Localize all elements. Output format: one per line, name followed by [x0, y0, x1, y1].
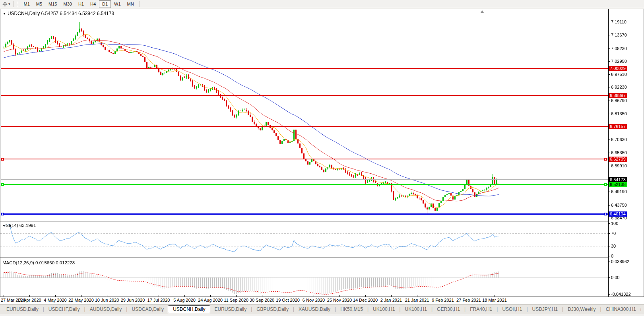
timeframe-button-w1[interactable]: W1 [111, 0, 124, 8]
cursor-dropdown-icon[interactable]: ▾ [8, 2, 10, 6]
timeframe-button-group: M1M5M15M30H1H4D1W1MN [21, 0, 137, 8]
time-axis-label: 19 Oct 2020 [276, 298, 300, 302]
resistance-line-4-handle[interactable] [1, 158, 4, 161]
tab-separator: | [399, 306, 400, 312]
chart-tab-uk100-h1[interactable]: UK100,H1 [401, 305, 431, 313]
support-line-blue-handle[interactable] [604, 213, 607, 215]
resistance-line-3[interactable] [1, 126, 608, 127]
macd-axis-label: -0.041322 [611, 292, 631, 297]
time-axis-label: 18 Mar 2021 [482, 298, 507, 302]
timeframe-button-d1[interactable]: D1 [99, 0, 111, 8]
tab-separator: | [367, 306, 369, 312]
rsi-axis-label: 100 [611, 221, 618, 226]
time-axis-label: 30 Sep 2020 [250, 298, 274, 302]
chart-tab-usoil-h1[interactable]: USOil,H1 [498, 305, 526, 313]
chart-tab-ger30-h1[interactable]: GER30,H1 [433, 305, 464, 313]
chart-tab-usdchf-daily[interactable]: USDCHF,Daily [45, 305, 84, 313]
chart-window: ▼USDCNH,Daily 6.54257 6.54434 6.53942 6.… [0, 9, 644, 297]
time-axis-label: 5 Aug 2020 [173, 298, 196, 302]
price-axis-label: 7.13670 [611, 33, 627, 38]
panel-separator[interactable] [0, 258, 608, 259]
chart-tab-audusd-daily[interactable]: AUDUSD,Daily [86, 305, 126, 313]
timeframe-button-h1[interactable]: H1 [75, 0, 87, 8]
price-chart-canvas[interactable] [0, 9, 644, 297]
tab-separator: | [464, 306, 466, 312]
chart-tab-eurusd-daily[interactable]: EURUSD,Daily [210, 305, 250, 313]
timeframe-button-m5[interactable]: M5 [33, 0, 45, 8]
rsi-label: RSI(14) 63.1991 [2, 223, 36, 228]
timeframe-button-mn[interactable]: MN [124, 0, 137, 8]
toolbar-grip [17, 2, 18, 7]
tab-separator: | [431, 306, 433, 312]
price-axis-label: 6.81350 [611, 111, 627, 116]
time-axis-label: 17 Jul 2020 [147, 298, 170, 302]
time-axis-label: 25 Nov 2020 [327, 298, 352, 302]
chart-tab-xauusd-daily[interactable]: XAUUSD,Daily [295, 305, 334, 313]
price-badge: 6.40104 [609, 211, 627, 217]
macd-axis-label: 0.038962 [611, 259, 629, 264]
time-axis-label: 22 May 2020 [68, 298, 94, 302]
chart-title-text: USDCNH,Daily 6.54257 6.54434 6.53942 6.5… [8, 11, 114, 16]
chart-tab-fra40-h1[interactable]: FRA40,H1 [466, 305, 496, 313]
time-axis-label: 11 Sep 2020 [224, 298, 248, 302]
panel-separator[interactable] [0, 220, 608, 221]
current-price-line[interactable] [1, 179, 608, 180]
time-axis-label: 15 Apr 2020 [17, 298, 41, 302]
move-crosshair-icon[interactable] [2, 1, 8, 7]
chart-tab-eurusd-daily[interactable]: EURUSD,Daily [2, 305, 43, 313]
resistance-line-4-handle[interactable] [604, 158, 607, 161]
rsi-axis-label: 30 [611, 244, 616, 249]
support-line-blue-handle[interactable] [1, 213, 4, 215]
timeframe-button-h4[interactable]: H4 [87, 0, 99, 8]
macd-label: MACD(12,26,9) 0.015660 0.012228 [2, 260, 75, 265]
chart-shift-marker[interactable] [481, 10, 484, 13]
tab-separator: | [526, 306, 528, 312]
chart-tab-gbpusd-daily[interactable]: GBPUSD,Daily [252, 305, 293, 313]
price-axis-label: 6.59910 [611, 163, 627, 169]
resistance-line-4[interactable] [1, 159, 608, 159]
chart-tab-usdjpy-h1[interactable]: USDJPY,H1 [528, 305, 562, 313]
timeframe-button-m1[interactable]: M1 [21, 0, 33, 8]
chart-tab-china300-h1[interactable]: CHINA300,H1 [602, 305, 640, 313]
chart-tabs: EURUSD,Daily|USDCHF,Daily|AUDUSD,Daily|U… [2, 305, 640, 313]
support-line-green-handle[interactable] [1, 183, 4, 186]
time-axis-label: 21 Jan 2021 [405, 298, 429, 302]
chart-tab-dj30-weekly[interactable]: DJ30,Weekly [564, 305, 599, 313]
price-axis-label: 6.70630 [611, 137, 627, 142]
support-line-green[interactable] [1, 184, 608, 185]
price-badge: 7.00029 [609, 66, 627, 71]
support-line-blue[interactable] [1, 213, 608, 215]
timeframe-button-m30[interactable]: M30 [60, 0, 75, 8]
price-axis-label: 6.92230 [611, 85, 627, 90]
tab-scroll-buttons: | ◄ ► [640, 308, 644, 311]
price-axis-label: 6.43750 [611, 203, 627, 208]
support-line-green-handle-center [2, 184, 3, 185]
chart-tab-hk50-m15[interactable]: HK50,M15 [336, 305, 367, 313]
collapse-triangle-icon[interactable]: ▼ [3, 12, 6, 16]
resistance-line-1[interactable] [1, 68, 608, 69]
chart-tab-usdcnh-daily[interactable]: USDCNH,Daily [168, 305, 210, 313]
price-axis-label: 7.02950 [611, 59, 627, 64]
timeframe-button-m15[interactable]: M15 [45, 0, 60, 8]
time-axis-label: 24 Aug 2020 [198, 298, 223, 302]
toolbar: ▾ M1M5M15M30H1H4D1W1MN [0, 0, 644, 8]
tab-separator: | [43, 306, 44, 312]
time-axis[interactable]: 27 Mar 202015 Apr 20204 May 202022 May 2… [0, 297, 644, 304]
price-axis-label: 6.49190 [611, 189, 627, 194]
tab-separator: | [497, 306, 498, 312]
price-axis-label: 6.86790 [611, 98, 627, 103]
time-axis-label: 10 Jun 2020 [95, 298, 119, 302]
chart-tab-uk100-h1[interactable]: UK100,H1 [369, 305, 399, 313]
price-badge: 6.62709 [609, 157, 627, 162]
chart-tab-usdcad-daily[interactable]: USDCAD,Daily [128, 305, 168, 313]
tab-separator: | [640, 308, 641, 311]
resistance-line-2[interactable] [1, 95, 608, 96]
toolbar-separator [14, 1, 14, 7]
macd-axis-label: 0.00 [611, 275, 619, 280]
price-axis-label: 6.65350 [611, 150, 627, 155]
price-badge: 6.52138 [609, 182, 627, 187]
status-strip [0, 314, 644, 316]
time-axis-label: 14 Dec 2020 [353, 298, 378, 302]
resistance-line-4-handle-center [605, 159, 606, 160]
support-line-green-handle[interactable] [604, 183, 607, 186]
